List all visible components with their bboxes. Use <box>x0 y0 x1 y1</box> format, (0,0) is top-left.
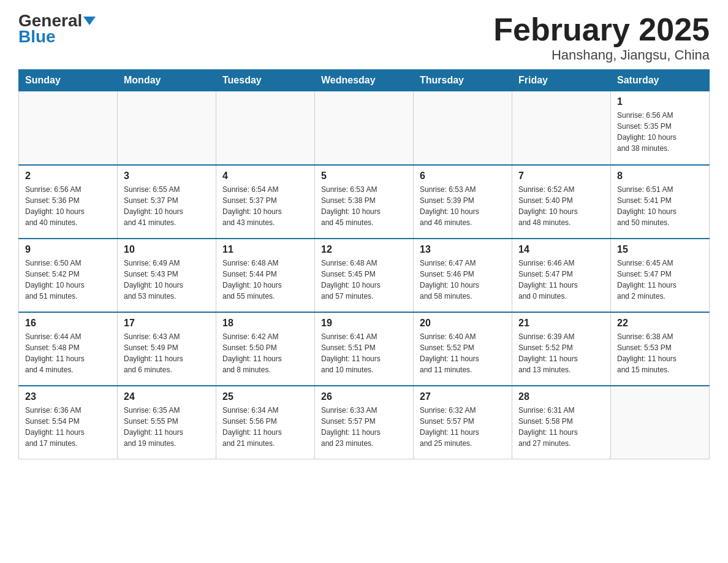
day-info: Sunrise: 6:56 AM Sunset: 5:35 PM Dayligh… <box>617 110 703 154</box>
day-info: Sunrise: 6:52 AM Sunset: 5:40 PM Dayligh… <box>518 184 604 228</box>
calendar-cell: 25Sunrise: 6:34 AM Sunset: 5:56 PM Dayli… <box>216 386 315 459</box>
calendar-cell: 9Sunrise: 6:50 AM Sunset: 5:42 PM Daylig… <box>19 239 118 312</box>
day-number: 15 <box>617 244 703 255</box>
calendar-cell: 20Sunrise: 6:40 AM Sunset: 5:52 PM Dayli… <box>414 312 512 386</box>
day-number: 7 <box>518 170 604 182</box>
day-number: 27 <box>420 391 506 402</box>
day-number: 9 <box>25 244 111 255</box>
day-info: Sunrise: 6:33 AM Sunset: 5:57 PM Dayligh… <box>321 405 407 449</box>
calendar-cell: 14Sunrise: 6:46 AM Sunset: 5:47 PM Dayli… <box>512 239 611 312</box>
day-number: 11 <box>222 244 308 255</box>
calendar-cell <box>216 91 315 165</box>
day-info: Sunrise: 6:55 AM Sunset: 5:37 PM Dayligh… <box>124 184 210 228</box>
day-info: Sunrise: 6:35 AM Sunset: 5:55 PM Dayligh… <box>124 405 210 449</box>
day-number: 17 <box>124 318 210 329</box>
day-info: Sunrise: 6:31 AM Sunset: 5:58 PM Dayligh… <box>518 405 604 449</box>
calendar-cell: 24Sunrise: 6:35 AM Sunset: 5:55 PM Dayli… <box>118 386 216 459</box>
day-info: Sunrise: 6:54 AM Sunset: 5:37 PM Dayligh… <box>222 184 308 228</box>
calendar-cell: 28Sunrise: 6:31 AM Sunset: 5:58 PM Dayli… <box>512 386 611 459</box>
calendar-cell: 21Sunrise: 6:39 AM Sunset: 5:52 PM Dayli… <box>512 312 611 386</box>
weekday-header-saturday: Saturday <box>611 70 710 91</box>
calendar-table: SundayMondayTuesdayWednesdayThursdayFrid… <box>18 69 710 459</box>
calendar-cell: 8Sunrise: 6:51 AM Sunset: 5:41 PM Daylig… <box>611 165 710 239</box>
day-number: 2 <box>25 170 111 182</box>
weekday-header-tuesday: Tuesday <box>216 70 315 91</box>
day-number: 16 <box>25 318 111 329</box>
day-number: 20 <box>420 318 506 329</box>
day-info: Sunrise: 6:39 AM Sunset: 5:52 PM Dayligh… <box>518 331 604 375</box>
calendar-cell: 16Sunrise: 6:44 AM Sunset: 5:48 PM Dayli… <box>19 312 118 386</box>
week-row-3: 9Sunrise: 6:50 AM Sunset: 5:42 PM Daylig… <box>19 239 710 312</box>
day-number: 10 <box>124 244 210 255</box>
day-info: Sunrise: 6:48 AM Sunset: 5:45 PM Dayligh… <box>321 258 407 302</box>
day-info: Sunrise: 6:42 AM Sunset: 5:50 PM Dayligh… <box>222 331 308 375</box>
calendar-cell: 10Sunrise: 6:49 AM Sunset: 5:43 PM Dayli… <box>118 239 216 312</box>
calendar-cell: 12Sunrise: 6:48 AM Sunset: 5:45 PM Dayli… <box>315 239 414 312</box>
day-info: Sunrise: 6:48 AM Sunset: 5:44 PM Dayligh… <box>222 258 308 302</box>
weekday-header-row: SundayMondayTuesdayWednesdayThursdayFrid… <box>19 70 710 91</box>
day-info: Sunrise: 6:38 AM Sunset: 5:53 PM Dayligh… <box>617 331 703 375</box>
day-info: Sunrise: 6:43 AM Sunset: 5:49 PM Dayligh… <box>124 331 210 375</box>
day-info: Sunrise: 6:53 AM Sunset: 5:39 PM Dayligh… <box>420 184 506 228</box>
day-info: Sunrise: 6:50 AM Sunset: 5:42 PM Dayligh… <box>25 258 111 302</box>
day-number: 18 <box>222 318 308 329</box>
day-number: 8 <box>617 170 703 182</box>
day-number: 19 <box>321 318 407 329</box>
day-number: 22 <box>617 318 703 329</box>
day-info: Sunrise: 6:32 AM Sunset: 5:57 PM Dayligh… <box>420 405 506 449</box>
calendar-cell: 5Sunrise: 6:53 AM Sunset: 5:38 PM Daylig… <box>315 165 414 239</box>
day-number: 13 <box>420 244 506 255</box>
day-number: 25 <box>222 391 308 402</box>
week-row-2: 2Sunrise: 6:56 AM Sunset: 5:36 PM Daylig… <box>19 165 710 239</box>
calendar-cell: 3Sunrise: 6:55 AM Sunset: 5:37 PM Daylig… <box>118 165 216 239</box>
calendar-cell: 23Sunrise: 6:36 AM Sunset: 5:54 PM Dayli… <box>19 386 118 459</box>
day-number: 12 <box>321 244 407 255</box>
calendar-cell: 11Sunrise: 6:48 AM Sunset: 5:44 PM Dayli… <box>216 239 315 312</box>
day-number: 24 <box>124 391 210 402</box>
weekday-header-wednesday: Wednesday <box>315 70 414 91</box>
day-info: Sunrise: 6:51 AM Sunset: 5:41 PM Dayligh… <box>617 184 703 228</box>
calendar-cell: 18Sunrise: 6:42 AM Sunset: 5:50 PM Dayli… <box>216 312 315 386</box>
weekday-header-sunday: Sunday <box>19 70 118 91</box>
day-number: 4 <box>222 170 308 182</box>
day-info: Sunrise: 6:44 AM Sunset: 5:48 PM Dayligh… <box>25 331 111 375</box>
page-header: General Blue February 2025 Hanshang, Jia… <box>18 12 710 63</box>
week-row-4: 16Sunrise: 6:44 AM Sunset: 5:48 PM Dayli… <box>19 312 710 386</box>
title-block: February 2025 Hanshang, Jiangsu, China <box>493 12 710 63</box>
calendar-cell <box>118 91 216 165</box>
calendar-cell: 22Sunrise: 6:38 AM Sunset: 5:53 PM Dayli… <box>611 312 710 386</box>
calendar-title: February 2025 <box>493 12 710 47</box>
calendar-cell: 27Sunrise: 6:32 AM Sunset: 5:57 PM Dayli… <box>414 386 512 459</box>
day-info: Sunrise: 6:34 AM Sunset: 5:56 PM Dayligh… <box>222 405 308 449</box>
logo-arrow-icon <box>83 17 96 25</box>
week-row-1: 1Sunrise: 6:56 AM Sunset: 5:35 PM Daylig… <box>19 91 710 165</box>
logo-blue-text: Blue <box>18 28 56 45</box>
calendar-cell: 7Sunrise: 6:52 AM Sunset: 5:40 PM Daylig… <box>512 165 611 239</box>
day-number: 26 <box>321 391 407 402</box>
day-number: 6 <box>420 170 506 182</box>
day-number: 3 <box>124 170 210 182</box>
day-number: 5 <box>321 170 407 182</box>
calendar-cell <box>19 91 118 165</box>
day-info: Sunrise: 6:40 AM Sunset: 5:52 PM Dayligh… <box>420 331 506 375</box>
calendar-cell: 15Sunrise: 6:45 AM Sunset: 5:47 PM Dayli… <box>611 239 710 312</box>
day-info: Sunrise: 6:56 AM Sunset: 5:36 PM Dayligh… <box>25 184 111 228</box>
day-number: 23 <box>25 391 111 402</box>
day-info: Sunrise: 6:36 AM Sunset: 5:54 PM Dayligh… <box>25 405 111 449</box>
weekday-header-monday: Monday <box>118 70 216 91</box>
calendar-cell: 1Sunrise: 6:56 AM Sunset: 5:35 PM Daylig… <box>611 91 710 165</box>
weekday-header-thursday: Thursday <box>414 70 512 91</box>
day-number: 14 <box>518 244 604 255</box>
calendar-cell <box>512 91 611 165</box>
day-info: Sunrise: 6:47 AM Sunset: 5:46 PM Dayligh… <box>420 258 506 302</box>
calendar-cell: 4Sunrise: 6:54 AM Sunset: 5:37 PM Daylig… <box>216 165 315 239</box>
calendar-cell: 2Sunrise: 6:56 AM Sunset: 5:36 PM Daylig… <box>19 165 118 239</box>
calendar-cell <box>315 91 414 165</box>
calendar-cell: 13Sunrise: 6:47 AM Sunset: 5:46 PM Dayli… <box>414 239 512 312</box>
calendar-subtitle: Hanshang, Jiangsu, China <box>493 47 710 63</box>
calendar-cell <box>414 91 512 165</box>
day-info: Sunrise: 6:41 AM Sunset: 5:51 PM Dayligh… <box>321 331 407 375</box>
week-row-5: 23Sunrise: 6:36 AM Sunset: 5:54 PM Dayli… <box>19 386 710 459</box>
calendar-cell: 17Sunrise: 6:43 AM Sunset: 5:49 PM Dayli… <box>118 312 216 386</box>
logo: General Blue <box>18 12 96 45</box>
